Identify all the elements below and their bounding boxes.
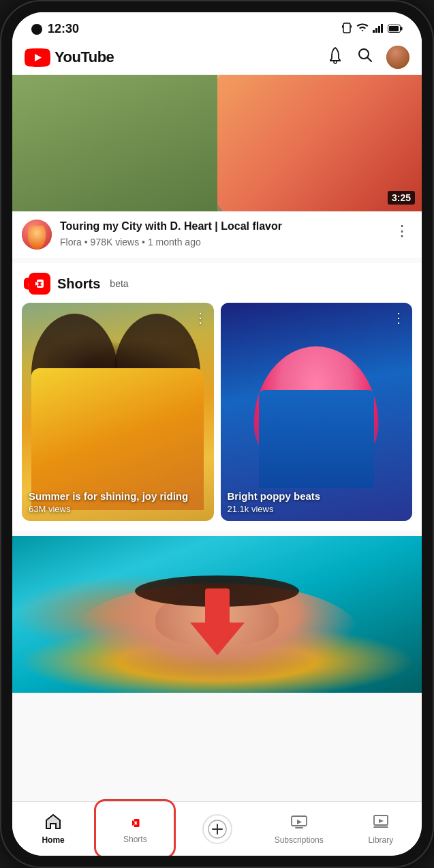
short-card-1-views: 63M views [29,504,207,514]
time-ago: 1 month ago [148,237,201,248]
video-card[interactable]: 3:25 Touring my City with D. Heart | Loc… [12,75,422,258]
youtube-logo-icon [25,48,50,67]
channel-avatar-inner [22,220,52,250]
bottom-nav: Home Shorts [12,801,422,856]
svg-rect-0 [343,23,350,33]
vibrate-icon [341,22,352,36]
svg-rect-3 [373,30,375,33]
short-card-2-info: Bright poppy beats 21.1k views [228,490,406,514]
status-time: 12:30 [48,22,79,36]
shorts-header: S Shorts beta [12,273,422,303]
nav-item-library[interactable]: Library [340,802,422,856]
nav-item-add[interactable] [176,802,258,856]
phone-frame: 12:30 [0,0,434,868]
home-label: Home [42,835,64,845]
notification-icon[interactable] [326,46,344,68]
short-card-2-bg [221,303,413,521]
short-card-2-views: 21.1k views [228,504,406,514]
shorts-beta-label: beta [110,278,128,289]
short-card-1-title: Summer is for shining, joy riding [29,490,207,503]
user-avatar[interactable] [386,46,409,69]
video-info: Touring my City with D. Heart | Local fl… [12,211,422,258]
video-meta: Touring my City with D. Heart | Local fl… [60,220,384,248]
nav-item-home[interactable]: Home [12,802,94,856]
shorts-section: S Shorts beta [12,263,422,530]
status-left: 12:30 [31,22,79,36]
add-circle [202,814,232,844]
search-icon[interactable] [356,46,374,68]
status-icons [341,22,403,36]
subscriptions-icon [290,813,308,833]
svg-rect-6 [381,24,383,33]
app-header: YouTube [12,40,422,75]
video-thumb-visual [12,75,422,211]
wifi-icon [356,23,369,35]
youtube-text: YouTube [55,48,114,66]
svg-rect-2 [351,25,352,28]
subscriptions-label: Subscriptions [275,835,324,845]
video-thumbnail: 3:25 [12,75,422,211]
pool-section [12,536,422,693]
separator2: • [142,237,148,248]
nav-item-subscriptions[interactable]: Subscriptions [258,802,340,856]
short-card-2-more[interactable]: ⋮ [392,310,405,326]
channel-avatar[interactable] [22,220,52,250]
video-duration: 3:25 [388,191,415,205]
phone-screen: 12:30 [12,12,422,856]
video-title: Touring my City with D. Heart | Local fl… [60,220,384,234]
svg-rect-8 [389,26,399,31]
svg-rect-9 [401,27,403,30]
shorts-title: Shorts [57,276,100,292]
library-icon [372,813,390,833]
library-label: Library [369,835,394,845]
scroll-content[interactable]: 3:25 Touring my City with D. Heart | Loc… [12,75,422,801]
view-count: 978K views [91,237,140,248]
short-card-1-more[interactable]: ⋮ [193,310,207,326]
short-card-2[interactable]: ⋮ Bright poppy beats 21.1k views [221,303,413,521]
short-card-1-bg [22,303,214,521]
channel-name: Flora [60,237,82,248]
header-actions [326,46,409,69]
svg-point-10 [334,61,337,63]
shorts-nav-icon [126,814,144,832]
svg-rect-4 [375,28,377,33]
shorts-nav-label: Shorts [123,835,147,844]
shorts-logo-custom [29,273,50,295]
video-more-button[interactable]: ⋮ [392,220,412,243]
short-card-2-title: Bright poppy beats [228,490,406,503]
svg-rect-1 [342,25,343,28]
battery-icon [388,24,403,35]
nav-item-shorts[interactable]: Shorts [94,802,176,856]
separator1: • [84,237,91,248]
video-subtitle: Flora • 978K views • 1 month ago [60,237,384,248]
shorts-grid: ⋮ Summer is for shining, joy riding 63M … [12,303,422,521]
youtube-logo: YouTube [25,48,326,67]
home-icon [44,813,62,833]
signal-icon [373,23,384,35]
svg-rect-5 [378,26,380,33]
short-card-1[interactable]: ⋮ Summer is for shining, joy riding 63M … [22,303,214,521]
arrow-overlay [190,588,245,655]
short-card-1-info: Summer is for shining, joy riding 63M vi… [29,490,207,514]
camera-dot [31,24,42,35]
status-bar: 12:30 [12,12,422,40]
